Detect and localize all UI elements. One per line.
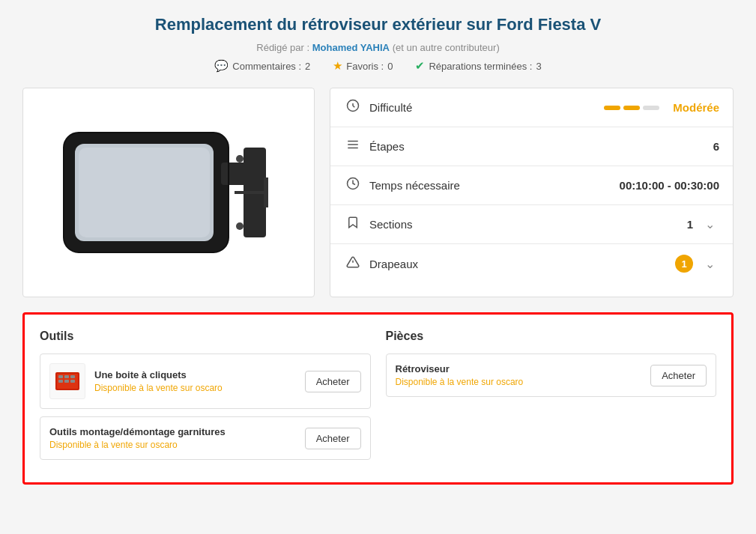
flags-badge: 1: [675, 255, 693, 273]
info-panel: Difficulté Modérée Étapes: [330, 88, 734, 297]
svg-rect-19: [58, 375, 63, 378]
tool-info-2: Outils montage/démontage garnitures Disp…: [49, 426, 296, 450]
difficulty-bars: [604, 106, 659, 110]
comment-icon: 💬: [214, 59, 229, 73]
main-content: Difficulté Modérée Étapes: [22, 88, 734, 297]
tool-info-1: Une boite à cliquets Disponible à la ven…: [94, 369, 296, 393]
time-icon: [344, 177, 362, 194]
page-title: Remplacement du rétroviseur extérieur su…: [22, 15, 734, 34]
diff-bar-3: [643, 106, 659, 110]
ratchet-icon: [52, 366, 82, 396]
favorites-meta: ★ Favoris : 0: [333, 59, 393, 73]
product-image-box: [22, 88, 315, 297]
sections-expand-button[interactable]: ⌄: [701, 216, 719, 233]
flags-row: Drapeaux 1 ⌄: [330, 244, 733, 283]
tool-avail-2: Disponible à la vente sur oscaro: [49, 440, 296, 450]
tools-column: Outils Une: [40, 330, 371, 467]
tool-item-2: Outils montage/démontage garnitures Disp…: [40, 416, 371, 460]
part-avail-1: Disponible à la vente sur oscaro: [396, 377, 642, 387]
comments-meta: 💬 Commentaires : 2: [214, 59, 310, 73]
difficulty-row: Difficulté Modérée: [330, 88, 733, 127]
sections-label: Sections: [369, 218, 680, 231]
tool-thumb-1: [49, 363, 85, 399]
svg-point-6: [236, 222, 244, 230]
tools-heading: Outils: [40, 330, 371, 343]
svg-point-5: [236, 155, 244, 163]
star-icon: ★: [333, 59, 342, 73]
time-row: Temps nécessaire 00:10:00 - 00:30:00: [330, 166, 733, 205]
flags-icon: [344, 255, 362, 273]
parts-column: Pièces Rétroviseur Disponible à la vente…: [386, 330, 717, 467]
sections-icon: [344, 216, 362, 233]
page-wrapper: Remplacement du rétroviseur extérieur su…: [0, 0, 756, 500]
part-info-1: Rétroviseur Disponible à la vente sur os…: [396, 363, 642, 387]
steps-icon: [344, 138, 362, 155]
part-item-1: Rétroviseur Disponible à la vente sur os…: [386, 354, 717, 397]
diff-bar-1: [604, 106, 620, 110]
svg-rect-21: [70, 375, 75, 378]
sections-row: Sections 1 ⌄: [330, 205, 733, 244]
tool-avail-1: Disponible à la vente sur oscaro: [94, 383, 296, 393]
comments-count: 2: [305, 61, 310, 72]
part-buy-button-1[interactable]: Acheter: [650, 365, 707, 386]
svg-rect-20: [64, 375, 69, 378]
tool-item-1: Une boite à cliquets Disponible à la ven…: [40, 354, 371, 409]
author-name[interactable]: Mohamed YAHIA: [312, 42, 390, 53]
time-value: 00:10:00 - 00:30:00: [620, 179, 719, 192]
difficulty-value: Modérée: [673, 101, 719, 114]
difficulty-icon: [344, 99, 362, 116]
svg-rect-22: [58, 380, 63, 383]
author-prefix: Rédigé par :: [256, 42, 312, 53]
tool-buy-button-2[interactable]: Acheter: [305, 428, 361, 449]
repairs-count: 3: [536, 61, 541, 72]
steps-value: 6: [713, 140, 719, 153]
flags-expand-button[interactable]: ⌄: [701, 255, 719, 273]
favorites-label: Favoris :: [346, 61, 384, 72]
flags-label: Drapeaux: [369, 258, 668, 270]
comments-label: Commentaires :: [232, 61, 301, 72]
tool-name-1: Une boite à cliquets: [94, 369, 296, 380]
mirror-svg: [49, 103, 288, 282]
steps-label: Étapes: [369, 140, 706, 153]
repairs-label: Réparations terminées :: [429, 61, 532, 72]
meta-bar: 💬 Commentaires : 2 ★ Favoris : 0 ✔ Répar…: [22, 59, 734, 73]
repairs-meta: ✔ Réparations terminées : 3: [415, 59, 541, 73]
tools-parts-section: Outils Une: [22, 312, 734, 485]
steps-row: Étapes 6: [330, 127, 733, 166]
diff-bar-2: [623, 106, 640, 110]
time-label: Temps nécessaire: [369, 179, 612, 192]
sections-value: 1: [687, 218, 693, 231]
svg-rect-2: [79, 148, 210, 237]
tool-buy-button-1[interactable]: Acheter: [305, 371, 361, 392]
parts-heading: Pièces: [386, 330, 717, 343]
author-suffix: (et un autre contributeur): [393, 42, 500, 53]
favorites-count: 0: [387, 61, 393, 72]
difficulty-label: Difficulté: [369, 101, 596, 114]
part-name-1: Rétroviseur: [396, 363, 642, 374]
author-line: Rédigé par : Mohamed YAHIA (et un autre …: [22, 42, 734, 53]
svg-rect-23: [64, 380, 69, 383]
svg-rect-24: [70, 380, 75, 383]
check-icon: ✔: [415, 59, 425, 73]
tool-name-2: Outils montage/démontage garnitures: [49, 426, 296, 437]
